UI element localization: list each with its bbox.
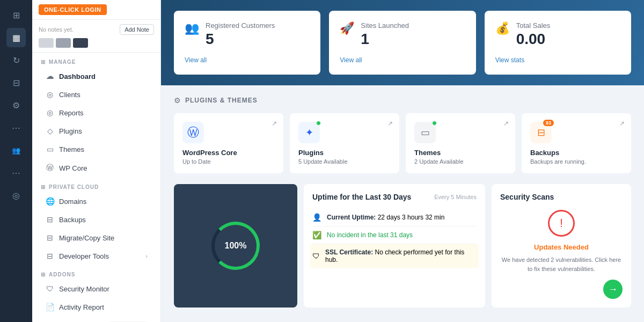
- sidebar-item-security-monitor[interactable]: 🛡 Security Monitor: [36, 280, 156, 297]
- security-scans-card: Security Scans ! Updates Needed We have …: [492, 184, 631, 308]
- plugins-card-title: Plugins: [298, 149, 391, 157]
- sidebar-item-themes[interactable]: ▭ Themes: [36, 141, 156, 158]
- customers-view-all-link[interactable]: View all: [185, 56, 310, 64]
- dashboard-nav-icon: ☁: [45, 72, 55, 80]
- migrate-icon: ⊟: [45, 233, 55, 242]
- add-note-button[interactable]: Add Note: [120, 24, 154, 35]
- uptime-circle: 100%: [211, 222, 260, 270]
- security-description: We have detected 2 vulnerabilities. Clic…: [500, 255, 623, 273]
- swatch-dark: [73, 38, 88, 48]
- bottom-grid: 100% Uptime for the Last 30 Days Every 5…: [174, 184, 631, 308]
- plugins-card-subtitle: 5 Update Available: [298, 158, 391, 165]
- backups-plugin-card[interactable]: ↗ ⊟ 83 Backups Backups are running.: [522, 113, 631, 173]
- notes-area: No notes yet. Add Note: [32, 20, 160, 53]
- icon-rail: ⊞ ▦ ↻ ⊟ ⚙ ⋯ 👥 ⋯ ◎: [0, 0, 32, 322]
- swatch-mid: [56, 38, 71, 48]
- total-sales-card: 💰 Total Sales 0.00 View stats: [485, 11, 631, 75]
- notes-label: No notes yet.: [39, 26, 74, 33]
- plugins-icon: ◇: [45, 127, 55, 135]
- sidebar-item-dashboard[interactable]: ☁ Dashboard: [36, 68, 156, 85]
- sites-view-all-link[interactable]: View all: [340, 56, 465, 64]
- clients-icon: ◎: [45, 90, 55, 99]
- customers-value: 5: [206, 31, 310, 48]
- reports-icon: ◎: [45, 108, 55, 117]
- security-fix-button[interactable]: →: [603, 280, 623, 299]
- plugins-themes-section-icon: ⚙: [174, 96, 181, 105]
- sales-label: Total Sales: [516, 21, 620, 30]
- sidebar: ONE-CLICK LOGIN No notes yet. Add Note ⊞…: [32, 0, 161, 322]
- uptime-ring: [211, 222, 260, 270]
- wp-core-card-title: WordPress Core: [182, 149, 275, 157]
- sidebar-item-clients[interactable]: ◎ Clients: [36, 86, 156, 103]
- uptime-card: Uptime for the Last 30 Days Every 5 Minu…: [304, 184, 485, 308]
- grid-icon[interactable]: ⊞: [6, 5, 26, 25]
- current-uptime-label: Current Uptime:: [327, 214, 376, 221]
- uptime-image-card: 100%: [174, 184, 297, 308]
- wp-core-icon: Ⓦ: [182, 122, 204, 143]
- gear-icon[interactable]: ⚙: [6, 96, 26, 115]
- private-cloud-section-label: ⊞ PRIVATE CLOUD: [32, 178, 160, 192]
- themes-card-subtitle: 2 Update Available: [414, 158, 507, 165]
- sidebar-item-wpcore[interactable]: Ⓦ WP Core: [36, 159, 156, 177]
- activity-report-icon: 📄: [45, 303, 55, 311]
- themes-card-icon: ▭: [414, 122, 436, 143]
- sidebar-item-migrate[interactable]: ⊟ Migrate/Copy Site: [36, 229, 156, 246]
- sidebar-item-activity-report[interactable]: 📄 Activity Report: [36, 298, 156, 316]
- domains-icon: 🌐: [45, 197, 55, 206]
- customers-icon: 👥: [185, 21, 199, 35]
- plugins-card[interactable]: ↗ ✦ Plugins 5 Update Available: [290, 113, 399, 173]
- security-alert-icon: !: [548, 210, 575, 237]
- backups-badge: 83: [543, 120, 554, 126]
- table-icon[interactable]: ⊟: [6, 73, 26, 92]
- plugins-themes-title: PLUGINS & THEMES: [185, 97, 258, 104]
- sales-value: 0.00: [516, 31, 620, 48]
- uptime-row-incident: ✅ No incident in the last 31 days: [312, 226, 477, 244]
- ellipsis2-icon[interactable]: ⋯: [6, 163, 26, 182]
- wp-core-arrow-icon: ↗: [272, 120, 277, 127]
- dashboard-icon[interactable]: ▦: [6, 28, 26, 47]
- uptime-frequency: Every 5 Minutes: [434, 194, 477, 200]
- security-status-label: Updates Needed: [534, 243, 589, 251]
- ellipsis-icon[interactable]: ⋯: [6, 118, 26, 137]
- uptime-ssl-icon: 🛡: [312, 252, 320, 260]
- backups-card-title: Backups: [530, 149, 623, 157]
- customers-label: Registered Customers: [206, 21, 310, 30]
- stats-banner: 👥 Registered Customers 5 View all 🚀 Site…: [161, 0, 644, 85]
- backups-arrow-icon: ↗: [619, 120, 625, 127]
- sales-view-stats-link[interactable]: View stats: [495, 56, 620, 64]
- sidebar-item-plugins[interactable]: ◇ Plugins: [36, 122, 156, 140]
- wpcore-icon: Ⓦ: [45, 163, 55, 173]
- content-area: ⚙ PLUGINS & THEMES ↗ Ⓦ WordPress Core Up…: [161, 85, 644, 318]
- plugin-grid: ↗ Ⓦ WordPress Core Up to Date ↗ ✦ Plugin…: [174, 113, 631, 173]
- no-incident-text: No incident in the last 31 days: [327, 231, 413, 239]
- uptime-incident-icon: ✅: [312, 231, 321, 239]
- main-content: 👥 Registered Customers 5 View all 🚀 Site…: [161, 0, 644, 322]
- sidebar-item-developer-tools[interactable]: ⊟ Developer Tools ›: [36, 247, 156, 265]
- uptime-title: Uptime for the Last 30 Days: [312, 193, 411, 201]
- sites-launched-card: 🚀 Sites Launched 1 View all: [329, 11, 475, 75]
- sidebar-item-reports[interactable]: ◎ Reports: [36, 104, 156, 121]
- one-click-login-button[interactable]: ONE-CLICK LOGIN: [39, 4, 107, 15]
- sites-value: 1: [361, 31, 465, 48]
- backups-card-icon: ⊟ 83: [530, 122, 552, 143]
- sidebar-item-staging[interactable]: ☁ Staging Coming Soon: [36, 317, 156, 322]
- manage-section-label: ⊞ MANAGE: [32, 53, 160, 67]
- ssl-label: SSL Certificate:: [325, 248, 373, 256]
- private-cloud-icon: ⊞: [41, 184, 46, 190]
- wordpress-core-card[interactable]: ↗ Ⓦ WordPress Core Up to Date: [174, 113, 283, 173]
- themes-card[interactable]: ↗ ▭ Themes 2 Update Available: [406, 113, 515, 173]
- refresh-icon[interactable]: ↻: [6, 50, 26, 70]
- themes-card-title: Themes: [414, 149, 507, 157]
- users-icon[interactable]: 👥: [6, 141, 26, 160]
- uptime-current-icon: 👤: [312, 213, 321, 222]
- current-uptime-value: 22 days 3 hours 32 min: [378, 214, 445, 221]
- sidebar-item-backups[interactable]: ⊟ Backups: [36, 211, 156, 228]
- settings2-icon[interactable]: ◎: [6, 186, 26, 205]
- uptime-row-current: 👤 Current Uptime: 22 days 3 hours 32 min: [312, 209, 477, 226]
- addons-section-label: ⊞ ADDONS: [32, 265, 160, 280]
- themes-arrow-icon: ↗: [503, 120, 509, 127]
- sidebar-item-domains[interactable]: 🌐 Domains: [36, 193, 156, 210]
- sales-icon: 💰: [495, 21, 510, 35]
- plugins-arrow-icon: ↗: [387, 120, 393, 127]
- sites-label: Sites Launched: [361, 21, 465, 30]
